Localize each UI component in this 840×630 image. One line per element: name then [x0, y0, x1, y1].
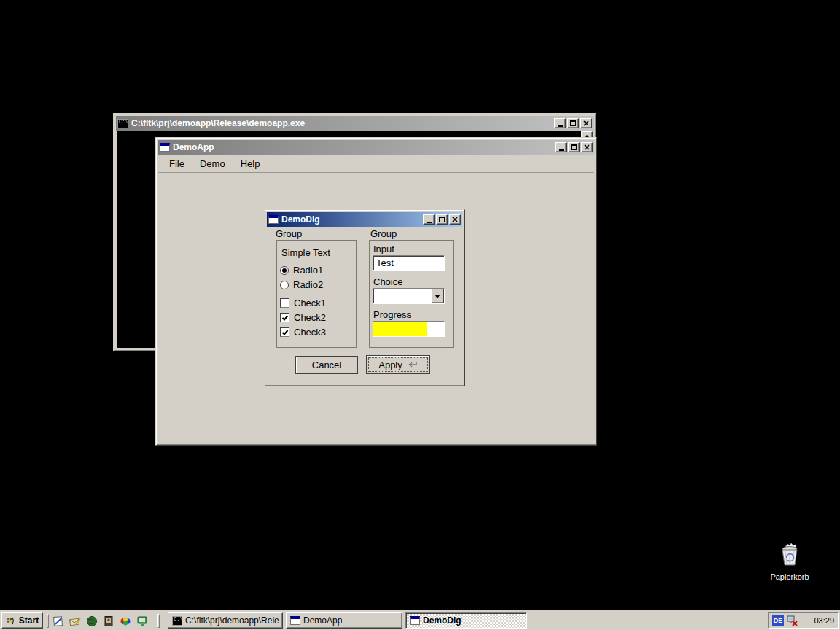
- demoapp-maximize-button[interactable]: [568, 142, 580, 152]
- simple-text-label: Simple Text: [281, 247, 330, 258]
- apply-button-label: Apply: [378, 359, 402, 370]
- checkbox-check3[interactable]: Check3: [280, 327, 326, 338]
- input-field[interactable]: [373, 256, 444, 270]
- minimize-icon: [558, 125, 563, 127]
- input-label: Input: [373, 244, 394, 254]
- radio-radio2[interactable]: Radio2: [280, 279, 323, 290]
- radio1-indicator: [280, 266, 289, 275]
- task-label: DemoDlg: [423, 615, 462, 626]
- demodlg-maximize-button[interactable]: [436, 214, 448, 225]
- maximize-icon: [439, 217, 445, 222]
- demodlg-window[interactable]: DemoDlg Group Simple Text Radio1 Radio2: [264, 209, 465, 386]
- window-icon: [290, 616, 300, 625]
- minimize-icon: [559, 149, 564, 151]
- recycle-bin-desktop-icon[interactable]: Papierkorb: [763, 542, 816, 581]
- demodlg-window-icon: [268, 215, 279, 224]
- minimize-icon: [427, 222, 432, 223]
- demodlg-title: DemoDlg: [281, 214, 421, 225]
- demoapp-close-button[interactable]: [581, 142, 593, 152]
- close-icon: [584, 144, 590, 150]
- check1-indicator: [280, 298, 289, 308]
- windows-logo-icon: [6, 616, 17, 626]
- radio2-label: Radio2: [293, 279, 323, 290]
- checkbox-check2[interactable]: Check2: [280, 312, 326, 323]
- globe-icon: [86, 615, 98, 627]
- checkbox-check1[interactable]: Check1: [280, 298, 326, 308]
- console-icon: C:\: [172, 616, 182, 626]
- quicklaunch-address-book-button[interactable]: [101, 614, 116, 628]
- console-close-button[interactable]: [580, 118, 592, 128]
- choice-label: Choice: [373, 276, 402, 287]
- apply-button[interactable]: Apply: [366, 355, 430, 374]
- right-group-label: Group: [370, 228, 397, 239]
- check1-label: Check1: [294, 298, 326, 308]
- check3-label: Check3: [294, 327, 326, 338]
- choice-dropdown[interactable]: [373, 288, 445, 304]
- terminal-icon: [136, 615, 148, 627]
- taskbar-button-demoapp[interactable]: DemoApp: [286, 612, 402, 629]
- console-titlebar[interactable]: C:\ C:\fltk\prj\demoapp\Release\demoapp.…: [116, 116, 594, 131]
- input-field-frame: [373, 255, 445, 271]
- mail-icon: [69, 615, 81, 627]
- check2-label: Check2: [294, 312, 326, 323]
- task-label: DemoApp: [303, 615, 342, 626]
- demodlg-titlebar[interactable]: DemoDlg: [267, 212, 462, 227]
- choice-selected-value: [373, 289, 431, 303]
- quicklaunch-terminal-button[interactable]: [135, 614, 149, 628]
- taskbar-button-demodlg[interactable]: DemoDlg: [405, 612, 527, 629]
- toolbar-grip[interactable]: [158, 614, 160, 628]
- demodlg-minimize-button[interactable]: [423, 214, 435, 225]
- maximize-icon: [570, 120, 576, 126]
- console-icon: C:\: [117, 119, 128, 128]
- progress-bar: [373, 321, 445, 337]
- toolbar-grip[interactable]: [47, 614, 49, 628]
- quicklaunch-globe-button[interactable]: [85, 614, 99, 628]
- start-button-label: Start: [19, 615, 39, 626]
- taskbar: Start: [0, 610, 840, 630]
- taskbar-button-console[interactable]: C:\ C:\fltk\prj\demoapp\Rele...: [168, 612, 283, 629]
- check3-indicator: [280, 327, 289, 337]
- demoapp-title: DemoApp: [173, 142, 553, 152]
- radio-radio1[interactable]: Radio1: [280, 265, 323, 276]
- taskbar-clock[interactable]: 03:29: [814, 616, 834, 625]
- check-icon: [281, 314, 289, 322]
- language-indicator[interactable]: DE: [772, 615, 784, 626]
- recycle-bin-label: Papierkorb: [763, 572, 816, 581]
- demoapp-minimize-button[interactable]: [555, 142, 567, 152]
- demoapp-titlebar[interactable]: DemoApp: [158, 140, 594, 155]
- demodlg-close-button[interactable]: [449, 214, 461, 225]
- maximize-icon: [571, 144, 577, 150]
- menu-help[interactable]: Help: [236, 156, 265, 171]
- address-book-icon: [103, 615, 114, 627]
- progress-fill: [373, 322, 427, 336]
- return-arrow-icon: [407, 361, 418, 368]
- chevron-down-icon: [435, 295, 440, 298]
- quicklaunch-show-desktop-button[interactable]: [51, 614, 66, 628]
- radio1-label: Radio1: [293, 265, 323, 276]
- demoapp-menubar: File Demo Help: [158, 155, 594, 173]
- check-icon: [281, 329, 289, 336]
- show-desktop-icon: [52, 615, 64, 627]
- close-icon: [452, 217, 458, 222]
- console-minimize-button[interactable]: [554, 118, 566, 128]
- start-button[interactable]: Start: [1, 612, 43, 629]
- check2-indicator: [280, 313, 289, 322]
- choice-dropdown-button[interactable]: [431, 289, 444, 303]
- cancel-button-label: Cancel: [312, 359, 341, 370]
- radio2-indicator: [280, 281, 289, 289]
- recycle-bin-icon: [777, 542, 802, 567]
- console-maximize-button[interactable]: [567, 118, 579, 128]
- menu-file[interactable]: File: [164, 156, 190, 171]
- left-group-label: Group: [276, 228, 302, 239]
- cancel-button[interactable]: Cancel: [295, 356, 358, 374]
- task-label: C:\fltk\prj\demoapp\Rele...: [185, 615, 279, 626]
- demoapp-window-icon: [160, 143, 170, 152]
- system-tray: DE 03:29: [768, 612, 839, 629]
- quicklaunch-mail-button[interactable]: [68, 614, 82, 628]
- media-icon: [120, 615, 131, 627]
- window-icon: [410, 616, 420, 625]
- network-status-icon[interactable]: [787, 615, 798, 626]
- quicklaunch-media-button[interactable]: [118, 614, 133, 628]
- menu-demo[interactable]: Demo: [195, 156, 230, 171]
- close-icon: [583, 120, 589, 126]
